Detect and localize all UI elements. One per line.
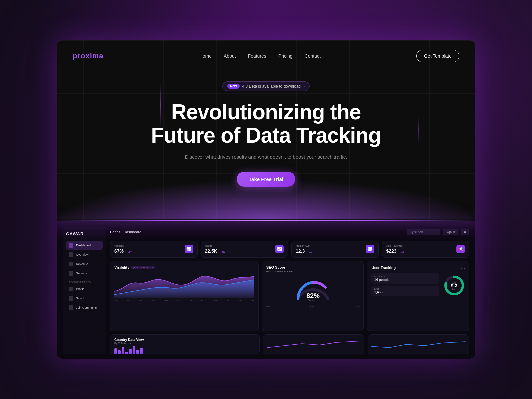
stat-revenue-label: Ads Revenue bbox=[386, 244, 404, 247]
profile-icon bbox=[69, 287, 73, 291]
main-container: proxima Home About Features Pricing Cont… bbox=[57, 40, 475, 359]
stat-traffic-label: Traffic bbox=[205, 244, 226, 247]
stat-median-label: Median Avg bbox=[296, 244, 312, 247]
bar-3 bbox=[122, 347, 124, 354]
stat-traffic-value: 22.5K bbox=[205, 248, 217, 254]
sidebar-item-profile[interactable]: Profile bbox=[66, 285, 103, 293]
navbar: proxima Home About Features Pricing Cont… bbox=[57, 40, 475, 71]
bar-2 bbox=[118, 350, 121, 354]
sidebar-item-overview[interactable]: Overview bbox=[66, 250, 103, 259]
visibility-chart-card: Visibility (+5%) more in 2024 bbox=[110, 261, 259, 331]
mini-chart-card-1 bbox=[263, 334, 364, 354]
stat-revenue-icon: 📢 bbox=[456, 245, 465, 253]
account-section-label: Account Pages bbox=[69, 281, 100, 283]
active-users-row: Active user 14 people bbox=[371, 273, 439, 284]
dashboard-bottom-row: Country Data View By 80 Active user bbox=[110, 334, 469, 354]
nav-item-home[interactable]: Home bbox=[200, 53, 212, 59]
charts-row: Visibility (+5%) more in 2024 bbox=[110, 261, 469, 331]
gauge-center: 82% Optimized bbox=[306, 292, 320, 301]
stat-visibility-value: 67% bbox=[114, 248, 124, 254]
sidebar-item-signin[interactable]: Sign In bbox=[66, 294, 103, 303]
month-labels: JanFebMar AprMayJun JulAugSep OctNovDec bbox=[114, 299, 254, 301]
hero-section: New 4.8 Beta is available to download › … bbox=[57, 71, 475, 200]
stat-visibility-change: +88% bbox=[126, 251, 132, 253]
stat-card-visibility: Visibility 67% +88% 📊 bbox=[110, 241, 198, 258]
country-data-card: Country Data View By 80 Active user bbox=[110, 334, 260, 354]
stat-card-median: Median Avg 12.3 +0.2 📉 bbox=[291, 241, 379, 258]
revenue-icon bbox=[69, 262, 73, 266]
dashboard-sidebar: CAWAR Dashboard Overview Revenue Setting… bbox=[63, 227, 106, 354]
free-trial-button[interactable]: Take Free Trial bbox=[237, 172, 295, 187]
sidebar-label-overview: Overview bbox=[76, 253, 89, 256]
nav-item-pricing[interactable]: Pricing bbox=[278, 53, 293, 59]
nav-item-contact[interactable]: Contact bbox=[305, 53, 321, 59]
sidebar-label-profile: Profile bbox=[76, 287, 85, 291]
dashboard-main: Pages / Dashboard Type here... Sign In ⚙… bbox=[110, 227, 469, 354]
settings-icon bbox=[69, 271, 73, 276]
country-title: Country Data View bbox=[114, 338, 255, 342]
sidebar-label-signin: Sign In bbox=[76, 297, 85, 300]
user-tracking-title: User Tracking bbox=[371, 266, 396, 270]
sidebar-item-settings[interactable]: Settings bbox=[66, 269, 103, 278]
logo: proxima bbox=[73, 52, 104, 60]
bar-7 bbox=[136, 350, 139, 354]
dash-inner: CAWAR Dashboard Overview Revenue Setting… bbox=[57, 221, 475, 359]
stat-median-value: 12.3 bbox=[296, 248, 305, 254]
visibility-chart-title: Visibility bbox=[114, 265, 129, 269]
sidebar-item-revenue[interactable]: Revenue bbox=[66, 260, 103, 268]
stat-visibility-label: Visibility bbox=[114, 244, 133, 247]
tracking-info: Active user 14 people Event 1,465 bbox=[371, 273, 439, 298]
dashboard-header: Pages / Dashboard Type here... Sign In ⚙ bbox=[110, 227, 469, 237]
stat-revenue-value: $223 bbox=[386, 248, 397, 254]
badge-text: 4.8 Beta is available to download bbox=[242, 84, 301, 89]
community-icon bbox=[69, 305, 73, 310]
gauge-chart: 82% Optimized bbox=[266, 276, 360, 304]
stat-cards: Visibility 67% +88% 📊 Traffic 22 bbox=[110, 241, 469, 258]
visibility-chart-badge: (+5%) more in 2024 bbox=[131, 266, 155, 269]
nav-item-about[interactable]: About bbox=[224, 53, 236, 59]
country-subtitle: By 80 Active user bbox=[114, 342, 255, 344]
stat-revenue-change: +8% bbox=[399, 251, 404, 253]
stat-visibility-icon: 📊 bbox=[185, 245, 193, 253]
beta-badge[interactable]: New 4.8 Beta is available to download › bbox=[222, 81, 310, 91]
more-options-icon[interactable]: ··· bbox=[461, 265, 465, 271]
user-tracking-card: User Tracking ··· Active user 14 people bbox=[367, 261, 469, 331]
breadcrumb: Pages / Dashboard bbox=[110, 230, 141, 234]
sign-in-button[interactable]: Sign In bbox=[443, 229, 458, 235]
sidebar-label-dashboard: Dashboard bbox=[76, 244, 91, 247]
bar-4 bbox=[125, 352, 128, 354]
dashboard-preview: CAWAR Dashboard Overview Revenue Setting… bbox=[57, 221, 475, 359]
bar-6 bbox=[133, 346, 135, 354]
sidebar-item-dashboard[interactable]: Dashboard bbox=[66, 241, 103, 250]
bar-5 bbox=[129, 349, 132, 354]
bar-8 bbox=[140, 348, 143, 354]
country-bars bbox=[114, 346, 255, 354]
hero-subtitle: Discover what drives results and what do… bbox=[73, 154, 459, 160]
stat-median-icon: 📉 bbox=[366, 245, 374, 253]
dashboard-icon bbox=[69, 243, 73, 248]
nav-item-features[interactable]: Features bbox=[248, 53, 266, 59]
sidebar-label-settings: Settings bbox=[76, 272, 87, 275]
seo-chart-card: SEO Score Basis on daily analysis bbox=[262, 261, 364, 331]
hero-title: Revolutionizing the Future of Data Track… bbox=[73, 100, 459, 147]
donut-center-values: Avg 9.3 Daily bbox=[451, 281, 457, 290]
sidebar-item-community[interactable]: Join Community bbox=[66, 303, 103, 312]
area-chart bbox=[114, 271, 254, 298]
signin-icon bbox=[69, 296, 73, 301]
settings-button[interactable]: ⚙ bbox=[461, 229, 469, 235]
chevron-right-icon: › bbox=[303, 84, 305, 89]
get-template-button[interactable]: Get Template bbox=[416, 50, 459, 62]
events-row: Event 1,465 bbox=[371, 286, 439, 296]
gauge-scale: 0% 50% 100% bbox=[266, 305, 360, 308]
search-bar[interactable]: Type here... bbox=[407, 229, 440, 235]
seo-subtitle: Basis on daily analysis bbox=[266, 270, 360, 273]
new-tag: New bbox=[227, 84, 240, 89]
stat-card-revenue: Ads Revenue $223 +8% 📢 bbox=[382, 241, 469, 258]
header-actions: Type here... Sign In ⚙ bbox=[407, 229, 469, 235]
overview-icon bbox=[69, 252, 73, 257]
dashboard-brand: CAWAR bbox=[66, 231, 103, 236]
stat-traffic-change: +252 bbox=[220, 251, 225, 253]
stat-traffic-icon: 📈 bbox=[275, 245, 284, 253]
seo-title: SEO Score bbox=[266, 265, 360, 269]
stat-median-change: +0.2 bbox=[308, 251, 312, 253]
